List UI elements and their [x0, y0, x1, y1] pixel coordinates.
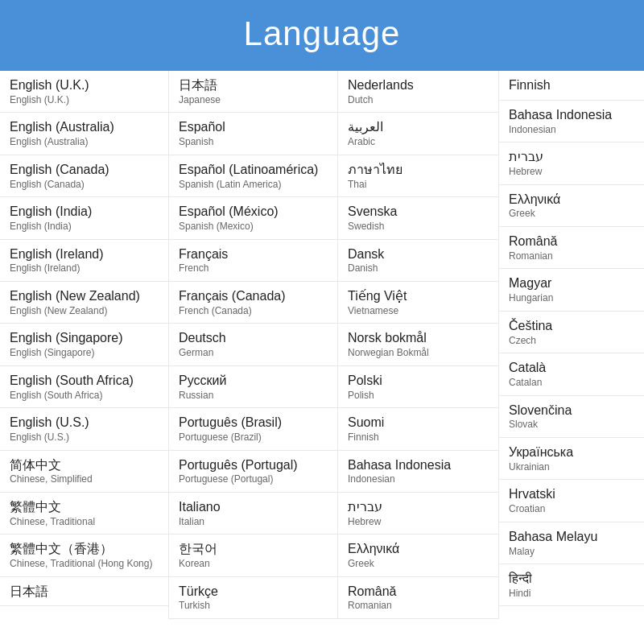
- language-item[interactable]: English (New Zealand)English (New Zealan…: [0, 282, 168, 324]
- language-item[interactable]: English (Ireland)English (Ireland): [0, 240, 168, 282]
- language-native-name: Türkçe: [179, 584, 328, 601]
- language-item[interactable]: English (Australia)English (Australia): [0, 113, 168, 155]
- language-native-name: 日本語: [10, 584, 159, 601]
- language-item[interactable]: English (India)English (India): [0, 197, 168, 239]
- language-item[interactable]: MagyarHungarian: [499, 269, 644, 311]
- language-native-name: 繁體中文（香港）: [10, 541, 159, 558]
- language-native-name: Ελληνικά: [509, 192, 634, 208]
- language-item[interactable]: ภาษาไทยThai: [338, 155, 498, 197]
- language-item[interactable]: NederlandsDutch: [338, 71, 498, 113]
- language-english-name: Swedish: [348, 221, 489, 233]
- language-english-name: Portuguese (Portugal): [179, 473, 328, 486]
- language-english-name: English (New Zealand): [10, 305, 159, 318]
- language-item[interactable]: Bahasa IndonesiaIndonesian: [338, 451, 498, 493]
- language-item[interactable]: ΕλληνικάGreek: [338, 535, 498, 576]
- language-item[interactable]: Bahasa MelayuMalay: [499, 522, 644, 564]
- language-english-name: Chinese, Traditional: [10, 516, 159, 529]
- language-item[interactable]: English (U.S.)English (U.S.): [0, 408, 168, 450]
- language-english-name: Spanish (Mexico): [179, 221, 328, 233]
- language-item[interactable]: English (U.K.)English (U.K.): [0, 71, 168, 113]
- language-native-name: 日本語: [179, 77, 328, 94]
- language-item[interactable]: TürkçeTurkish: [169, 577, 337, 619]
- language-english-name: English (U.S.): [10, 431, 159, 444]
- language-item[interactable]: English (Canada)English (Canada): [0, 155, 168, 197]
- language-native-name: English (Australia): [10, 119, 159, 136]
- language-english-name: Romanian: [509, 250, 634, 263]
- language-item[interactable]: УкраїнськаUkrainian: [499, 438, 644, 480]
- language-item[interactable]: Português (Portugal)Portuguese (Portugal…: [169, 451, 337, 493]
- language-item[interactable]: РусскийRussian: [169, 366, 337, 408]
- language-native-name: Українська: [509, 444, 634, 461]
- language-item[interactable]: RomânăRomanian: [338, 577, 498, 619]
- language-item[interactable]: Norsk bokmålNorwegian Bokmål: [338, 324, 498, 365]
- language-native-name: English (Singapore): [10, 330, 159, 347]
- page-title: Language: [0, 14, 644, 53]
- language-english-name: Russian: [179, 390, 328, 402]
- language-column-0: English (U.K.)English (U.K.)English (Aus…: [0, 71, 169, 619]
- language-item[interactable]: العربيةArabic: [338, 113, 498, 155]
- language-native-name: English (U.K.): [10, 77, 159, 94]
- language-english-name: Hebrew: [348, 516, 489, 529]
- language-english-name: Chinese, Simplified: [10, 473, 159, 486]
- language-item[interactable]: DanskDanish: [338, 240, 498, 282]
- language-english-name: English (Singapore): [10, 347, 159, 360]
- language-item[interactable]: CatalàCatalan: [499, 353, 644, 395]
- language-item[interactable]: ΕλληνικάGreek: [499, 185, 644, 227]
- language-english-name: Finnish: [348, 431, 489, 444]
- language-native-name: 繁體中文: [10, 499, 159, 516]
- language-english-name: English (Ireland): [10, 262, 159, 275]
- language-item[interactable]: 繁體中文Chinese, Traditional: [0, 493, 168, 535]
- language-item[interactable]: English (Singapore)English (Singapore): [0, 324, 168, 365]
- language-english-name: Ukrainian: [509, 461, 634, 474]
- language-english-name: English (U.K.): [10, 94, 159, 107]
- language-native-name: Español (México): [179, 204, 328, 221]
- language-english-name: Italian: [179, 516, 328, 529]
- language-item[interactable]: Español (Latinoamérica)Spanish (Latin Am…: [169, 155, 337, 197]
- language-item[interactable]: हिन्दीHindi: [499, 564, 644, 606]
- language-native-name: Magyar: [509, 275, 634, 292]
- language-english-name: Catalan: [509, 377, 634, 390]
- language-item[interactable]: 日本語: [0, 577, 168, 607]
- language-english-name: Czech: [509, 335, 634, 348]
- language-item[interactable]: עבריתHebrew: [499, 142, 644, 184]
- language-item[interactable]: עבריתHebrew: [338, 493, 498, 535]
- language-english-name: Arabic: [348, 136, 489, 149]
- language-native-name: Bahasa Indonesia: [348, 457, 489, 474]
- language-english-name: Dutch: [348, 94, 489, 107]
- language-item[interactable]: SlovenčinaSlovak: [499, 396, 644, 438]
- language-item[interactable]: 한국어Korean: [169, 535, 337, 576]
- language-item[interactable]: Español (México)Spanish (Mexico): [169, 197, 337, 239]
- language-item[interactable]: PolskiPolish: [338, 366, 498, 408]
- language-item[interactable]: RomânăRomanian: [499, 227, 644, 269]
- language-item[interactable]: English (South Africa)English (South Afr…: [0, 366, 168, 408]
- language-native-name: Bahasa Melayu: [509, 529, 634, 546]
- language-item[interactable]: ČeštinaCzech: [499, 312, 644, 353]
- language-item[interactable]: Français (Canada)French (Canada): [169, 282, 337, 324]
- language-native-name: Ελληνικά: [348, 541, 489, 558]
- language-item[interactable]: EspañolSpanish: [169, 113, 337, 155]
- language-item[interactable]: 日本語Japanese: [169, 71, 337, 113]
- language-item[interactable]: 简体中文Chinese, Simplified: [0, 451, 168, 493]
- language-native-name: Hrvatski: [509, 486, 634, 503]
- language-native-name: हिन्दी: [509, 571, 634, 588]
- language-native-name: Português (Portugal): [179, 457, 328, 474]
- language-english-name: Greek: [348, 558, 489, 571]
- language-item[interactable]: HrvatskiCroatian: [499, 480, 644, 522]
- language-english-name: Hindi: [509, 588, 634, 601]
- language-item[interactable]: FrançaisFrench: [169, 240, 337, 282]
- language-english-name: English (South Africa): [10, 390, 159, 402]
- language-item[interactable]: Finnish: [499, 71, 644, 101]
- language-item[interactable]: SvenskaSwedish: [338, 197, 498, 239]
- language-item[interactable]: DeutschGerman: [169, 324, 337, 365]
- language-native-name: Nederlands: [348, 77, 489, 94]
- language-item[interactable]: Bahasa IndonesiaIndonesian: [499, 101, 644, 142]
- language-item[interactable]: ItalianoItalian: [169, 493, 337, 535]
- language-english-name: Spanish: [179, 136, 328, 149]
- language-column-2: NederlandsDutchالعربيةArabicภาษาไทยThaiS…: [338, 71, 499, 619]
- language-item[interactable]: Tiếng ViệtVietnamese: [338, 282, 498, 324]
- language-english-name: French: [179, 262, 328, 275]
- language-item[interactable]: SuomiFinnish: [338, 408, 498, 450]
- language-item[interactable]: 繁體中文（香港）Chinese, Traditional (Hong Kong): [0, 535, 168, 576]
- language-item[interactable]: Português (Brasil)Portuguese (Brazil): [169, 408, 337, 450]
- language-english-name: Hebrew: [509, 166, 634, 179]
